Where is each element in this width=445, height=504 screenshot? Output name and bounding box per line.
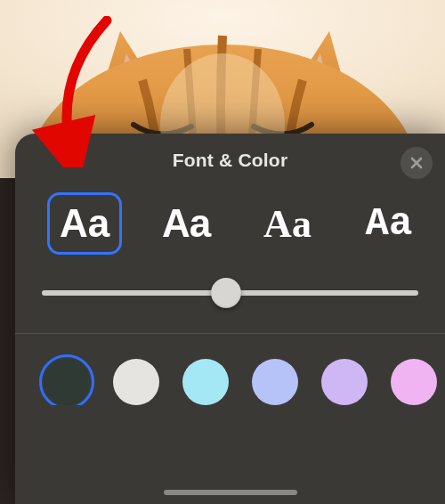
font-sample-text: Aa — [366, 201, 413, 246]
home-indicator[interactable] — [164, 490, 297, 495]
font-sample-text: Aa — [162, 201, 210, 246]
font-option-2[interactable]: Aa — [250, 192, 325, 255]
font-options-row: Aa Aa Aa Aa — [15, 187, 445, 255]
font-color-sheet: Font & Color Aa Aa Aa Aa — [15, 134, 445, 504]
slider-thumb[interactable] — [211, 278, 241, 308]
color-options-row — [15, 334, 445, 405]
close-icon — [409, 156, 424, 170]
viewport: Font & Color Aa Aa Aa Aa — [0, 0, 445, 504]
font-option-3[interactable]: Aa — [352, 192, 426, 255]
close-button[interactable] — [400, 147, 433, 179]
font-option-1[interactable]: Aa — [149, 192, 223, 255]
sheet-header: Font & Color — [15, 134, 445, 187]
color-option-4[interactable] — [321, 359, 368, 405]
color-option-5[interactable] — [391, 359, 437, 405]
size-slider[interactable] — [42, 280, 418, 306]
sheet-title: Font & Color — [173, 150, 288, 171]
size-slider-wrap — [15, 255, 445, 333]
font-sample-text: Aa — [60, 201, 109, 246]
color-option-2[interactable] — [182, 359, 229, 405]
color-option-0[interactable] — [44, 359, 90, 405]
font-sample-text: Aa — [263, 201, 312, 247]
color-option-3[interactable] — [252, 359, 298, 405]
color-option-1[interactable] — [113, 359, 159, 405]
font-option-0[interactable]: Aa — [47, 192, 122, 255]
